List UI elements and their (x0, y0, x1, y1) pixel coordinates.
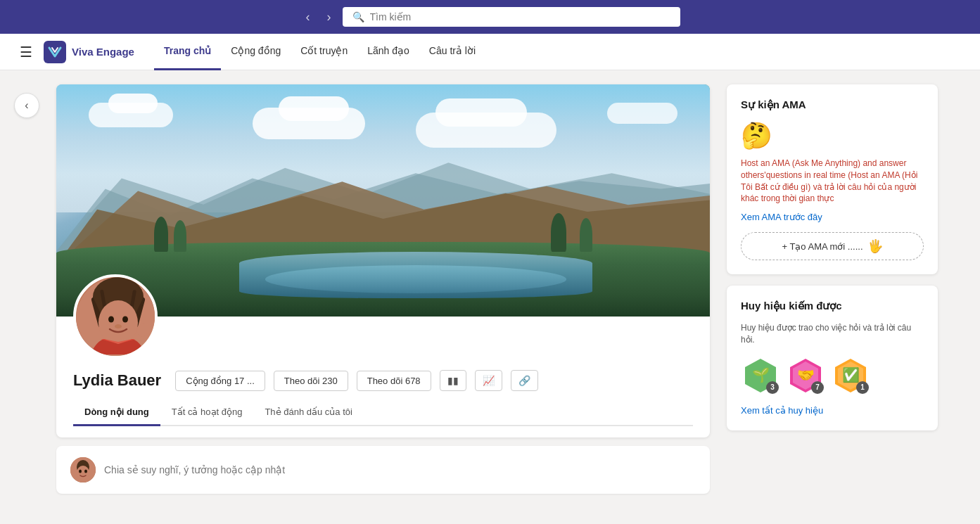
svg-point-21 (79, 470, 82, 473)
badge-count-1: 3 (766, 381, 779, 394)
nav-stories[interactable]: Cốt truyện (291, 34, 357, 70)
top-bar: ‹ › 🔍 (0, 0, 980, 34)
main-nav: Trang chủ Cộng đồng Cốt truyện Lãnh đạo … (154, 34, 963, 70)
post-input[interactable] (104, 464, 696, 475)
create-ama-btn[interactable]: + Tạo AMA mới ...... 🖐 (741, 232, 924, 260)
badge-hex-1: 🌱 3 (741, 356, 780, 395)
hamburger-menu-btn[interactable]: ☰ (17, 41, 35, 63)
badge-count-2: 7 (811, 381, 824, 394)
post-area (56, 446, 710, 494)
search-input[interactable] (370, 11, 670, 23)
cursor-hand-icon: 🖐 (867, 238, 883, 254)
profile-info-row: Lydia Bauer Cộng đồng 17 ... Theo dõi 23… (73, 370, 693, 391)
profile-name: Lydia Bauer (73, 371, 161, 390)
view-past-ama-link[interactable]: Xem AMA trước đây (741, 212, 924, 222)
back-arrow-btn[interactable]: ‹ (300, 7, 316, 27)
nav-home[interactable]: Trang chủ (154, 34, 221, 70)
ama-card: Sự kiện AMA 🤔 Host an AMA (Ask Me Anythi… (727, 84, 938, 274)
create-ama-label: + Tạo AMA mới ...... (782, 241, 863, 252)
profile-card-icon-btn[interactable]: ▮▮ (440, 370, 466, 391)
viva-engage-logo-icon (44, 41, 66, 63)
profile-tabs: Dòng nội dung Tất cả hoạt động Thẻ đánh … (73, 400, 693, 426)
svg-point-14 (108, 317, 114, 323)
avatar-wrap (73, 274, 158, 359)
following-count-btn[interactable]: Theo dõi 230 (274, 371, 348, 391)
ama-emoji-icon: 🤔 (741, 121, 924, 151)
svg-point-22 (84, 470, 87, 473)
followers-count-btn[interactable]: Theo dõi 678 (357, 371, 431, 391)
stats-icon-btn[interactable]: 📈 (475, 370, 502, 391)
nav-leaders[interactable]: Lãnh đạo (357, 34, 419, 70)
badge-item-1: 🌱 3 (741, 356, 780, 395)
profile-col: Lydia Bauer Cộng đồng 17 ... Theo dõi 23… (56, 84, 710, 494)
tab-feed[interactable]: Dòng nội dung (73, 400, 160, 426)
nav-community[interactable]: Cộng đồng (221, 34, 291, 70)
forward-arrow-btn[interactable]: › (322, 7, 337, 27)
sidebar-col: Sự kiện AMA 🤔 Host an AMA (Ask Me Anythi… (727, 84, 938, 494)
post-avatar (70, 457, 96, 483)
ama-description: Host an AMA (Ask Me Anything) and answer… (741, 158, 924, 205)
profile-card: Lydia Bauer Cộng đồng 17 ... Theo dõi 23… (56, 84, 710, 437)
profile-bottom: Lydia Bauer Cộng đồng 17 ... Theo dõi 23… (56, 317, 710, 437)
logo-area: Viva Engage (44, 41, 134, 63)
badges-subtitle: Huy hiệu được trao cho việc hỏi và trả l… (741, 322, 924, 346)
svg-point-16 (115, 324, 122, 328)
header: ☰ Viva Engage Trang chủ Cộng đồng Cốt tr… (0, 34, 980, 70)
tab-all-activity[interactable]: Tất cả hoạt động (160, 400, 254, 426)
profile-avatar (73, 274, 158, 359)
profile-back-btn[interactable]: ‹ (14, 93, 39, 118)
see-all-badges-link[interactable]: Xem tất cả huy hiệu (741, 405, 823, 416)
badges-row: 🌱 3 🤝 7 (741, 356, 924, 395)
badge-hex-3: ✅ 1 (831, 356, 870, 395)
ama-title: Sự kiện AMA (741, 98, 924, 111)
svg-point-15 (122, 317, 128, 323)
svg-text:🤝: 🤝 (797, 366, 815, 383)
badge-item-3: ✅ 1 (831, 356, 870, 395)
badge-count-3: 1 (856, 381, 869, 394)
badge-item-2: 🤝 7 (786, 356, 825, 395)
search-icon: 🔍 (352, 11, 364, 23)
main-content: ‹ (0, 70, 980, 508)
search-container: 🔍 (343, 7, 680, 27)
svg-point-13 (98, 300, 138, 345)
nav-qa[interactable]: Câu trả lời (419, 34, 485, 70)
svg-text:✅: ✅ (842, 366, 860, 383)
badge-hex-2: 🤝 7 (786, 356, 825, 395)
community-count-btn[interactable]: Cộng đồng 17 ... (175, 371, 265, 391)
badges-title: Huy hiệu kiếm được (741, 300, 924, 312)
tab-bookmarks[interactable]: Thẻ đánh dấu của tôi (253, 400, 363, 426)
svg-text:🌱: 🌱 (752, 366, 770, 383)
svg-point-20 (77, 466, 89, 480)
app-name-label: Viva Engage (72, 46, 134, 58)
back-col: ‹ (14, 84, 39, 494)
badges-card: Huy hiệu kiếm được Huy hiệu được trao ch… (727, 286, 938, 430)
link-icon-btn[interactable]: 🔗 (511, 370, 538, 391)
